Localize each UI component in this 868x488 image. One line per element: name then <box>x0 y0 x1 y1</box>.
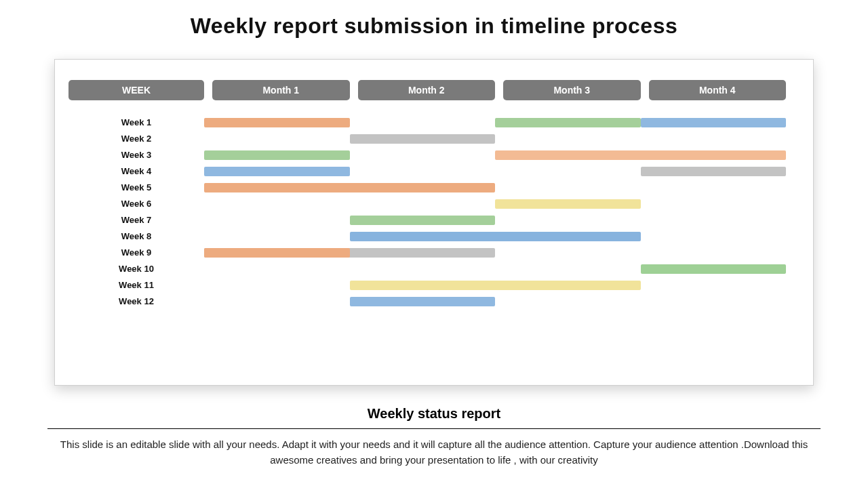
column-header-month-4: Month 4 <box>649 80 787 100</box>
row-label: Week 2 <box>68 130 204 147</box>
row-track <box>204 167 786 176</box>
bar-segment <box>204 150 350 160</box>
bar-segment <box>495 199 641 209</box>
gantt-rows: Week 1 Week 2 Week 3 <box>68 114 786 309</box>
gantt-row: Week 7 <box>68 211 786 228</box>
bar-segment <box>641 264 787 274</box>
gantt-row: Week 8 <box>68 228 786 244</box>
gantt-row: Week 9 <box>68 244 786 260</box>
bar-segment <box>204 248 350 258</box>
gantt-row: Week 1 <box>68 114 786 130</box>
row-label: Week 12 <box>68 293 204 310</box>
bar-segment <box>350 232 641 241</box>
gantt-row: Week 12 <box>68 293 786 309</box>
row-label: Week 4 <box>68 163 204 180</box>
row-track <box>204 150 786 160</box>
row-track <box>204 134 786 144</box>
bar-segment <box>204 167 350 176</box>
column-header-month-2: Month 2 <box>358 80 496 100</box>
row-track <box>204 281 786 290</box>
bar-segment <box>350 134 496 144</box>
row-track <box>204 183 786 192</box>
bar-segment <box>350 216 496 225</box>
column-header-month-1: Month 1 <box>212 80 350 100</box>
row-track <box>204 118 786 127</box>
row-track <box>204 199 786 209</box>
gantt-row: Week 11 <box>68 277 786 293</box>
gantt-row: Week 3 <box>68 146 786 163</box>
bar-segment <box>204 118 350 127</box>
gantt-row: Week 4 <box>68 163 786 179</box>
bar-segment <box>641 167 787 176</box>
row-label: Week 9 <box>68 244 204 261</box>
page-title: Weekly report submission in timeline pro… <box>41 14 827 39</box>
column-header-month-3: Month 3 <box>503 80 641 100</box>
row-label: Week 11 <box>68 277 204 293</box>
row-label: Week 6 <box>68 195 204 212</box>
row-track <box>204 248 786 258</box>
row-track <box>204 297 786 306</box>
gantt-chart-card: WEEK Month 1 Month 2 Month 3 Month 4 Wee… <box>54 59 814 386</box>
bar-segment <box>350 297 496 306</box>
divider <box>47 428 821 429</box>
row-label: Week 10 <box>68 260 204 277</box>
slide: Weekly report submission in timeline pro… <box>0 0 868 488</box>
row-track <box>204 264 786 274</box>
subtitle-block: Weekly status report This slide is an ed… <box>41 406 827 468</box>
row-label: Week 7 <box>68 211 204 228</box>
subtitle: Weekly status report <box>368 406 500 426</box>
bar-segment <box>641 118 787 127</box>
bar-segment <box>495 150 786 160</box>
bar-segment <box>350 281 641 290</box>
bar-segment <box>495 118 641 127</box>
gantt-row: Week 2 <box>68 130 786 146</box>
row-track <box>204 232 786 241</box>
gantt-row: Week 10 <box>68 260 786 277</box>
row-label: Week 3 <box>68 146 204 163</box>
row-track <box>204 216 786 225</box>
row-label: Week 8 <box>68 228 204 245</box>
gantt-row: Week 6 <box>68 195 786 211</box>
row-label: Week 5 <box>68 179 204 196</box>
row-label: Week 1 <box>68 114 204 131</box>
gantt-header-row: WEEK Month 1 Month 2 Month 3 Month 4 <box>68 80 786 100</box>
description-text: This slide is an editable slide with all… <box>41 437 827 468</box>
column-header-week: WEEK <box>68 80 204 100</box>
bar-segment <box>204 183 495 192</box>
gantt-row: Week 5 <box>68 179 786 195</box>
